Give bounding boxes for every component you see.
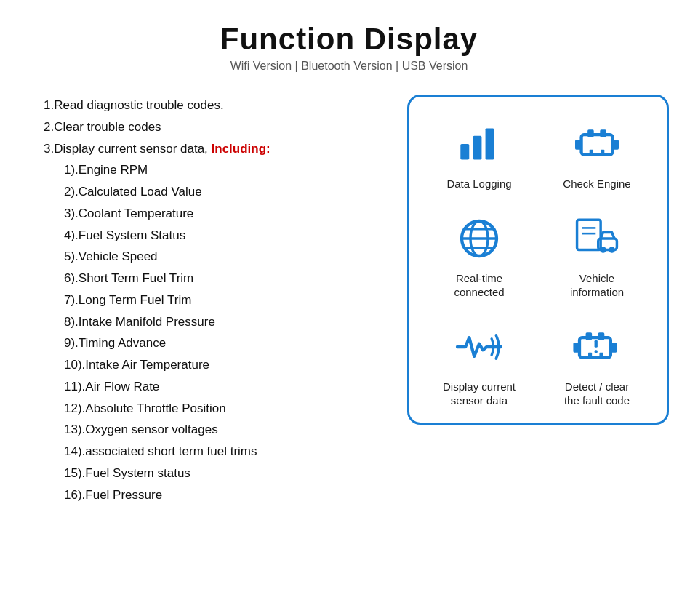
feature-realtime: Real-timeconnected: [450, 213, 508, 300]
check-engine-icon: [568, 119, 626, 169]
sub-item-11: 11).Air Flow Rate: [64, 376, 385, 398]
data-logging-label: Data Logging: [446, 177, 511, 191]
svg-rect-4: [575, 140, 582, 150]
vehicle-info-icon: [568, 213, 626, 264]
data-logging-icon: [450, 119, 508, 169]
sub-item-2: 2).Calculated Load Value: [64, 181, 385, 203]
list-item-3: 3.Display current sensor data, Including…: [44, 138, 385, 160]
feature-data-logging: Data Logging: [446, 119, 511, 191]
svg-rect-7: [600, 129, 606, 137]
page-title: Function Display: [220, 22, 478, 57]
svg-rect-28: [595, 340, 598, 347]
sub-item-15: 15).Fuel System status: [64, 463, 385, 484]
svg-point-20: [609, 247, 615, 253]
realtime-icon: [450, 213, 508, 264]
fault-code-icon: [568, 321, 626, 372]
svg-rect-9: [601, 150, 604, 156]
svg-rect-0: [460, 144, 469, 159]
svg-rect-5: [612, 140, 619, 150]
page: Function Display Wifi Version | Bluetoot…: [0, 0, 698, 616]
svg-rect-1: [473, 136, 481, 160]
svg-rect-6: [587, 129, 594, 137]
features-panel: Data Logging Check Engine: [407, 95, 669, 425]
sub-item-4: 4).Fuel System Status: [64, 225, 385, 247]
feature-fault-code: Detect / clearthe fault code: [564, 321, 630, 408]
svg-rect-3: [582, 135, 613, 154]
svg-rect-29: [595, 350, 598, 353]
list-item-2: 2.Clear trouble codes: [44, 116, 385, 138]
svg-rect-24: [586, 332, 593, 340]
svg-point-19: [600, 247, 606, 253]
svg-rect-23: [611, 343, 617, 353]
sub-item-10: 10).Intake Air Temperature: [64, 354, 385, 376]
including-label: Including:: [212, 142, 270, 156]
vehicle-info-label: Vehicleinformation: [570, 271, 624, 300]
svg-rect-25: [598, 332, 605, 340]
svg-rect-26: [588, 352, 592, 359]
sub-item-16: 16).Fuel Pressure: [64, 484, 385, 506]
fault-code-label: Detect / clearthe fault code: [564, 380, 630, 408]
sub-item-9: 9).Timing Advance: [64, 332, 385, 354]
sensor-data-label: Display currentsensor data: [443, 380, 516, 408]
sub-item-1: 1).Engine RPM: [64, 159, 385, 181]
sub-item-13: 13).Oxygen sensor voltages: [64, 419, 385, 441]
list-item-1: 1.Read diagnostic trouble codes.: [44, 95, 385, 116]
main-content: 1.Read diagnostic trouble codes. 2.Clear…: [29, 95, 669, 505]
svg-rect-22: [573, 343, 579, 353]
feature-sensor-data: Display currentsensor data: [443, 321, 516, 408]
feature-vehicle-info: Vehicleinformation: [568, 213, 626, 300]
sub-item-7: 7).Long Term Fuel Trim: [64, 289, 385, 311]
svg-rect-2: [486, 129, 494, 160]
sub-items-list: 1).Engine RPM 2).Calculated Load Value 3…: [44, 159, 385, 505]
page-header: Function Display Wifi Version | Bluetoot…: [220, 22, 478, 73]
svg-rect-27: [599, 352, 603, 359]
sub-item-14: 14).associated short term fuel trims: [64, 441, 385, 463]
sub-item-12: 12).Absolute Throttle Position: [64, 398, 385, 420]
realtime-label: Real-timeconnected: [454, 271, 504, 300]
sub-item-5: 5).Vehicle Speed: [64, 246, 385, 268]
feature-list: 1.Read diagnostic trouble codes. 2.Clear…: [29, 95, 385, 505]
sub-item-3: 3).Coolant Temperature: [64, 203, 385, 225]
check-engine-label: Check Engine: [563, 177, 630, 191]
feature-check-engine: Check Engine: [563, 119, 630, 191]
sub-item-8: 8).Intake Manifold Pressure: [64, 311, 385, 333]
svg-rect-8: [590, 150, 593, 156]
sub-item-6: 6).Short Term Fuel Trim: [64, 268, 385, 289]
sensor-data-icon: [450, 321, 508, 372]
page-subtitle: Wifi Version | Bluetooth Version | USB V…: [220, 60, 478, 73]
